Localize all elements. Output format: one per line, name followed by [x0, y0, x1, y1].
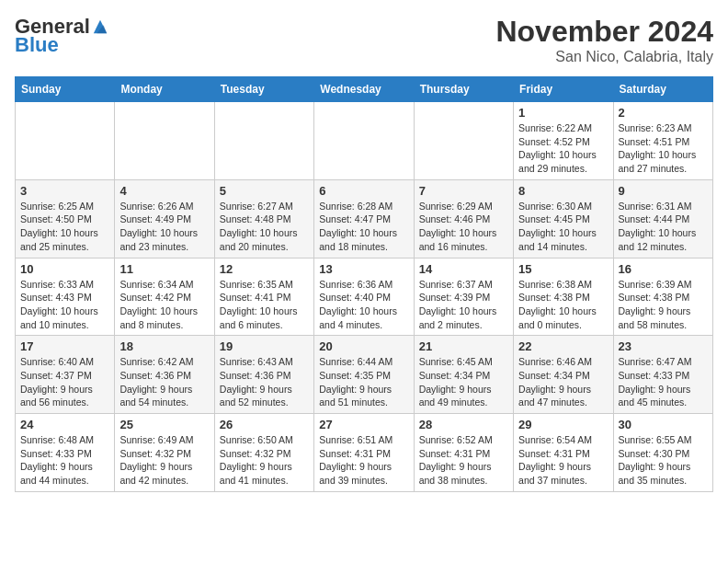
day-number: 5 [220, 184, 309, 198]
day-number: 18 [119, 339, 209, 353]
day-number: 30 [619, 418, 708, 431]
day-number: 4 [119, 184, 209, 198]
col-header-monday: Monday [115, 77, 214, 102]
day-cell: 10Sunrise: 6:33 AM Sunset: 4:43 PM Dayli… [16, 258, 115, 336]
day-number: 19 [220, 339, 309, 353]
day-cell: 18Sunrise: 6:42 AM Sunset: 4:36 PM Dayli… [115, 336, 214, 414]
day-info: Sunrise: 6:30 AM Sunset: 4:45 PM Dayligh… [518, 200, 608, 254]
day-cell: 25Sunrise: 6:49 AM Sunset: 4:32 PM Dayli… [115, 414, 214, 492]
logo: General Blue [15, 15, 108, 57]
day-info: Sunrise: 6:51 AM Sunset: 4:31 PM Dayligh… [319, 433, 408, 488]
col-header-wednesday: Wednesday [314, 77, 414, 102]
calendar-header-row: SundayMondayTuesdayWednesdayThursdayFrid… [16, 77, 713, 102]
page-subtitle: San Nico, Calabria, Italy [495, 49, 713, 65]
week-row-4: 17Sunrise: 6:40 AM Sunset: 4:37 PM Dayli… [16, 336, 713, 414]
day-cell: 28Sunrise: 6:52 AM Sunset: 4:31 PM Dayli… [414, 414, 513, 492]
col-header-sunday: Sunday [16, 77, 115, 102]
day-cell: 6Sunrise: 6:28 AM Sunset: 4:47 PM Daylig… [314, 179, 414, 258]
day-info: Sunrise: 6:31 AM Sunset: 4:44 PM Dayligh… [619, 200, 708, 254]
title-block: November 2024 San Nico, Calabria, Italy [495, 15, 713, 65]
day-cell: 27Sunrise: 6:51 AM Sunset: 4:31 PM Dayli… [314, 414, 414, 492]
day-info: Sunrise: 6:38 AM Sunset: 4:38 PM Dayligh… [518, 278, 608, 332]
week-row-5: 24Sunrise: 6:48 AM Sunset: 4:33 PM Dayli… [16, 414, 713, 492]
day-number: 27 [319, 418, 408, 431]
day-cell: 16Sunrise: 6:39 AM Sunset: 4:38 PM Dayli… [613, 258, 712, 336]
day-cell: 11Sunrise: 6:34 AM Sunset: 4:42 PM Dayli… [115, 258, 214, 336]
day-info: Sunrise: 6:25 AM Sunset: 4:50 PM Dayligh… [20, 200, 109, 254]
day-cell: 2Sunrise: 6:23 AM Sunset: 4:51 PM Daylig… [613, 102, 712, 180]
day-number: 2 [619, 106, 708, 120]
day-cell: 23Sunrise: 6:47 AM Sunset: 4:33 PM Dayli… [613, 336, 712, 414]
logo-icon [92, 18, 108, 35]
day-cell: 3Sunrise: 6:25 AM Sunset: 4:50 PM Daylig… [16, 179, 115, 258]
day-info: Sunrise: 6:27 AM Sunset: 4:48 PM Dayligh… [220, 200, 309, 254]
day-info: Sunrise: 6:52 AM Sunset: 4:31 PM Dayligh… [419, 433, 508, 488]
day-cell: 7Sunrise: 6:29 AM Sunset: 4:46 PM Daylig… [414, 179, 513, 258]
day-number: 6 [319, 184, 408, 198]
page-title: November 2024 [495, 15, 713, 49]
day-number: 7 [419, 184, 508, 198]
day-info: Sunrise: 6:23 AM Sunset: 4:51 PM Dayligh… [619, 121, 708, 176]
day-number: 20 [319, 339, 408, 353]
day-cell [314, 102, 414, 180]
day-number: 22 [518, 339, 608, 353]
col-header-friday: Friday [514, 77, 613, 102]
day-number: 12 [220, 262, 309, 276]
day-number: 24 [20, 418, 109, 431]
day-cell: 8Sunrise: 6:30 AM Sunset: 4:45 PM Daylig… [514, 179, 613, 258]
day-info: Sunrise: 6:22 AM Sunset: 4:52 PM Dayligh… [518, 121, 608, 176]
col-header-thursday: Thursday [414, 77, 513, 102]
day-number: 28 [419, 418, 508, 431]
day-cell: 24Sunrise: 6:48 AM Sunset: 4:33 PM Dayli… [16, 414, 115, 492]
day-info: Sunrise: 6:28 AM Sunset: 4:47 PM Dayligh… [319, 200, 408, 254]
day-number: 1 [518, 106, 608, 120]
day-cell: 15Sunrise: 6:38 AM Sunset: 4:38 PM Dayli… [514, 258, 613, 336]
day-number: 29 [518, 418, 608, 431]
day-cell: 22Sunrise: 6:46 AM Sunset: 4:34 PM Dayli… [514, 336, 613, 414]
day-number: 17 [20, 339, 109, 353]
day-number: 25 [119, 418, 209, 431]
day-info: Sunrise: 6:37 AM Sunset: 4:39 PM Dayligh… [419, 278, 508, 332]
col-header-saturday: Saturday [613, 77, 712, 102]
day-cell: 29Sunrise: 6:54 AM Sunset: 4:31 PM Dayli… [514, 414, 613, 492]
day-info: Sunrise: 6:36 AM Sunset: 4:40 PM Dayligh… [319, 278, 408, 332]
day-number: 10 [20, 262, 109, 276]
day-info: Sunrise: 6:44 AM Sunset: 4:35 PM Dayligh… [319, 355, 408, 409]
day-number: 14 [419, 262, 508, 276]
day-number: 8 [518, 184, 608, 198]
day-cell: 19Sunrise: 6:43 AM Sunset: 4:36 PM Dayli… [214, 336, 313, 414]
day-info: Sunrise: 6:55 AM Sunset: 4:30 PM Dayligh… [619, 433, 708, 488]
day-info: Sunrise: 6:42 AM Sunset: 4:36 PM Dayligh… [119, 355, 209, 409]
day-cell: 12Sunrise: 6:35 AM Sunset: 4:41 PM Dayli… [214, 258, 313, 336]
day-info: Sunrise: 6:33 AM Sunset: 4:43 PM Dayligh… [20, 278, 109, 332]
day-info: Sunrise: 6:29 AM Sunset: 4:46 PM Dayligh… [419, 200, 508, 254]
page-header: General Blue November 2024 San Nico, Cal… [15, 15, 713, 65]
day-cell: 1Sunrise: 6:22 AM Sunset: 4:52 PM Daylig… [514, 102, 613, 180]
day-cell: 30Sunrise: 6:55 AM Sunset: 4:30 PM Dayli… [613, 414, 712, 492]
day-cell: 4Sunrise: 6:26 AM Sunset: 4:49 PM Daylig… [115, 179, 214, 258]
day-cell: 13Sunrise: 6:36 AM Sunset: 4:40 PM Dayli… [314, 258, 414, 336]
day-number: 16 [619, 262, 708, 276]
day-number: 15 [518, 262, 608, 276]
day-cell: 17Sunrise: 6:40 AM Sunset: 4:37 PM Dayli… [16, 336, 115, 414]
day-number: 9 [619, 184, 708, 198]
day-cell: 9Sunrise: 6:31 AM Sunset: 4:44 PM Daylig… [613, 179, 712, 258]
day-info: Sunrise: 6:34 AM Sunset: 4:42 PM Dayligh… [119, 278, 209, 332]
day-info: Sunrise: 6:49 AM Sunset: 4:32 PM Dayligh… [119, 433, 209, 488]
week-row-3: 10Sunrise: 6:33 AM Sunset: 4:43 PM Dayli… [16, 258, 713, 336]
day-number: 23 [619, 339, 708, 353]
day-number: 21 [419, 339, 508, 353]
day-info: Sunrise: 6:50 AM Sunset: 4:32 PM Dayligh… [220, 433, 309, 488]
day-info: Sunrise: 6:45 AM Sunset: 4:34 PM Dayligh… [419, 355, 508, 409]
logo-blue-text: Blue [15, 33, 59, 57]
day-info: Sunrise: 6:39 AM Sunset: 4:38 PM Dayligh… [619, 278, 708, 332]
day-number: 11 [119, 262, 209, 276]
day-cell [115, 102, 214, 180]
day-cell: 5Sunrise: 6:27 AM Sunset: 4:48 PM Daylig… [214, 179, 313, 258]
day-cell [214, 102, 313, 180]
col-header-tuesday: Tuesday [214, 77, 313, 102]
day-cell: 20Sunrise: 6:44 AM Sunset: 4:35 PM Dayli… [314, 336, 414, 414]
day-cell: 14Sunrise: 6:37 AM Sunset: 4:39 PM Dayli… [414, 258, 513, 336]
day-cell [414, 102, 513, 180]
day-info: Sunrise: 6:35 AM Sunset: 4:41 PM Dayligh… [220, 278, 309, 332]
